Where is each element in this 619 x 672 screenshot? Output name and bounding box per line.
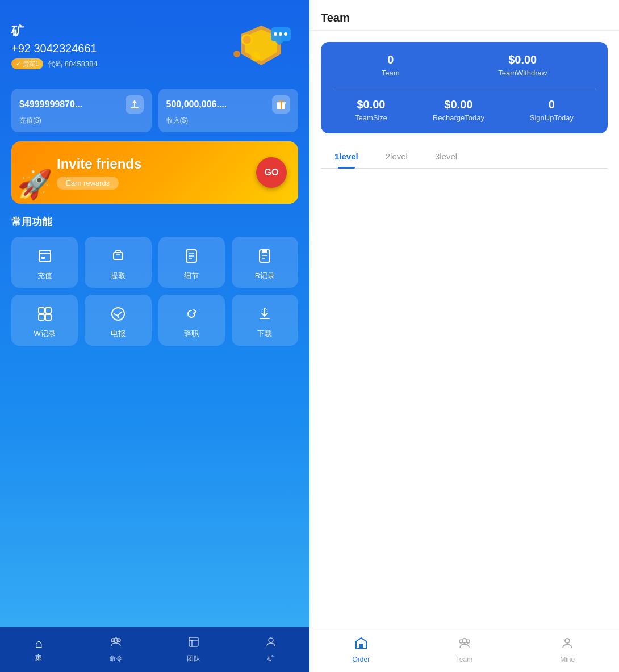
svg-point-35 [111, 639, 115, 642]
nav-item-team[interactable]: 团队 [155, 636, 232, 663]
nav-item-home[interactable]: ⌂ 家 [0, 636, 77, 663]
svg-rect-37 [189, 637, 198, 646]
func-item-download[interactable]: 下载 [232, 295, 298, 346]
section-title: 常用功能 [11, 215, 298, 229]
tab-1level[interactable]: 1level [321, 145, 372, 168]
code-row: ✓ 贵宾1 代码 80458384 [11, 58, 98, 69]
invite-left: Invite friends Earn rewards [57, 156, 256, 190]
level-tabs: 1level 2level 3level [321, 145, 608, 169]
func-label-resign: 辞职 [184, 329, 199, 339]
stat-signup-today: 0 SignUpToday [530, 98, 574, 122]
svg-point-4 [274, 32, 277, 36]
mine-right-icon [561, 636, 574, 653]
stats-divider [332, 89, 596, 89]
nav-item-mine-right[interactable]: Mine [516, 636, 619, 663]
recharge-icon [126, 95, 144, 114]
func-item-recharge[interactable]: 充值 [11, 237, 78, 288]
right-header: Team [310, 0, 619, 31]
func-item-telegram[interactable]: 电报 [85, 295, 151, 346]
team-withdraw-value: $0.00 [508, 53, 537, 66]
mine-nav-icon [265, 636, 277, 652]
invite-go-button[interactable]: GO [256, 157, 287, 188]
svg-point-32 [112, 308, 124, 320]
recharge-today-value: $0.00 [444, 98, 472, 111]
tab-3level[interactable]: 3level [421, 145, 471, 168]
home-label: 家 [35, 653, 42, 663]
signup-today-label: SignUpToday [530, 114, 574, 122]
func-icon-recharge [35, 246, 55, 266]
vip-badge: ✓ 贵宾1 [11, 58, 43, 69]
balance-card-inner-2: 500,000,006.... [166, 95, 291, 114]
team-count-label: Team [382, 69, 400, 77]
mine-label-nav: 矿 [267, 654, 274, 663]
func-item-wrecord[interactable]: W记录 [11, 295, 78, 346]
balance-card-inner-1: $4999999870... [19, 95, 144, 114]
svg-rect-28 [39, 308, 44, 313]
func-icon-withdraw [108, 246, 128, 266]
balance-card-recharge[interactable]: $4999999870... 充值($) [11, 89, 152, 132]
mine-label: 矿 [11, 23, 98, 40]
func-item-withdraw[interactable]: 提取 [85, 237, 151, 288]
func-item-resign[interactable]: 辞职 [158, 295, 225, 346]
svg-point-9 [251, 52, 260, 61]
recharge-label: 充值($) [19, 116, 144, 125]
right-content: 0 Team $0.00 TeamWithdraw $0.00 TeamSize… [310, 31, 619, 627]
nav-item-mine[interactable]: 矿 [232, 636, 310, 663]
svg-rect-18 [114, 253, 123, 259]
svg-line-33 [118, 316, 119, 318]
invite-banner[interactable]: 🚀 Invite friends Earn rewards GO [11, 141, 298, 204]
balance-card-income[interactable]: 500,000,006.... 收入($) [158, 89, 299, 132]
code-text: 代码 80458384 [48, 59, 97, 69]
function-grid: 充值 提取 细节 R记录 W记录 [11, 237, 298, 346]
func-icon-download [254, 304, 275, 324]
income-amount: 500,000,006.... [166, 99, 227, 110]
func-label-rrecord: R记录 [255, 271, 275, 281]
func-icon-wrecord [35, 304, 55, 324]
income-label: 收入($) [166, 116, 291, 125]
func-item-rrecord[interactable]: R记录 [232, 237, 298, 288]
recharge-amount: $4999999870... [19, 99, 82, 110]
svg-rect-41 [359, 644, 363, 648]
svg-rect-30 [39, 314, 44, 320]
home-icon: ⌂ [35, 636, 42, 651]
svg-rect-15 [39, 250, 51, 262]
bottom-nav-right: Order Team Mine [310, 627, 619, 672]
stats-bottom-row: $0.00 TeamSize $0.00 RechargeToday 0 Sig… [332, 98, 596, 122]
func-icon-resign [181, 304, 202, 324]
nav-item-command[interactable]: 命令 [77, 636, 154, 663]
func-label-detail: 细节 [184, 271, 199, 281]
phone-number: +92 3042324661 [11, 42, 98, 55]
svg-point-8 [243, 36, 251, 44]
svg-rect-25 [262, 250, 267, 253]
func-icon-detail [181, 246, 202, 266]
order-label: Order [352, 656, 370, 663]
svg-rect-17 [41, 257, 45, 259]
recharge-today-label: RechargeToday [433, 114, 484, 122]
right-panel: Team 0 Team $0.00 TeamWithdraw $0.00 Tea… [310, 0, 619, 672]
func-item-detail[interactable]: 细节 [158, 237, 225, 288]
svg-point-45 [565, 639, 570, 643]
command-icon [110, 636, 122, 652]
team-count-value: 0 [387, 53, 394, 66]
illustration-svg [224, 23, 298, 79]
signup-today-value: 0 [549, 98, 555, 111]
tab-2level[interactable]: 2level [372, 145, 421, 168]
func-label-withdraw: 提取 [111, 271, 126, 281]
func-icon-telegram [108, 304, 128, 324]
svg-rect-14 [281, 102, 282, 109]
header-row: 矿 +92 3042324661 ✓ 贵宾1 代码 80458384 [11, 23, 298, 79]
stats-top-row: 0 Team $0.00 TeamWithdraw [332, 53, 596, 77]
invite-sub: Earn rewards [57, 177, 119, 190]
team-nav-label: Team [456, 656, 472, 663]
team-size-value: $0.00 [357, 98, 385, 111]
right-title: Team [321, 11, 350, 24]
team-size-label: TeamSize [355, 114, 387, 122]
gift-icon [272, 95, 290, 114]
nav-item-order[interactable]: Order [310, 636, 413, 663]
func-label-download: 下载 [257, 329, 272, 339]
svg-rect-11 [131, 107, 139, 108]
nav-item-team-right[interactable]: Team [413, 636, 516, 663]
stat-team-count: 0 Team [382, 53, 400, 77]
svg-point-10 [233, 51, 240, 57]
svg-rect-29 [45, 308, 51, 313]
